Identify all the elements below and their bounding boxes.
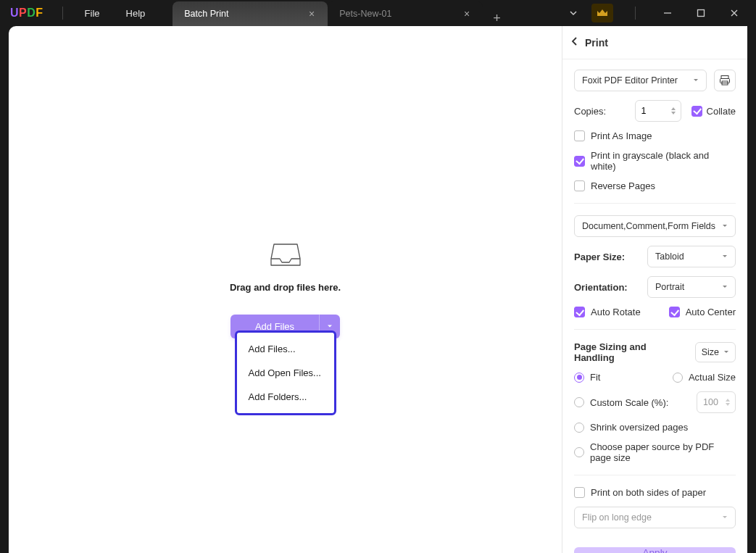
custom-scale-input[interactable] <box>697 391 736 413</box>
size-dropdown[interactable]: Size <box>695 342 736 362</box>
shrink-radio[interactable] <box>574 423 584 433</box>
printer-select[interactable]: Foxit PDF Editor Printer <box>574 70 707 91</box>
close-icon[interactable]: × <box>307 8 316 20</box>
tab-label: Batch Print <box>184 9 228 19</box>
separator <box>635 7 636 20</box>
printer-select-value: Foxit PDF Editor Printer <box>582 75 678 86</box>
flip-select[interactable]: Flip on long edge <box>574 507 736 528</box>
paper-size-select[interactable]: Tabloid <box>647 246 736 267</box>
collate-label: Collate <box>707 106 736 117</box>
separator <box>62 7 63 20</box>
tab-label: Pets-New-01 <box>339 9 391 19</box>
custom-scale-label: Custom Scale (%): <box>590 397 668 408</box>
chevron-down-icon <box>722 282 728 292</box>
auto-center-checkbox[interactable] <box>669 307 680 317</box>
duplex-label: Print on both sides of paper <box>591 487 706 498</box>
panel-title: Print <box>585 37 608 49</box>
minimize-button[interactable] <box>657 3 678 23</box>
premium-icon[interactable] <box>591 4 613 22</box>
paper-size-label: Paper Size: <box>574 251 625 262</box>
svg-rect-1 <box>698 10 705 17</box>
print-as-image-checkbox[interactable] <box>574 130 585 141</box>
inbox-icon <box>270 241 302 270</box>
choose-source-radio[interactable] <box>574 447 584 457</box>
orientation-value: Portrait <box>655 282 684 292</box>
back-icon[interactable] <box>571 36 578 49</box>
spinner-icon[interactable] <box>670 102 678 120</box>
apply-button[interactable]: Apply <box>574 547 736 553</box>
separator <box>574 329 736 330</box>
close-button[interactable] <box>724 3 744 23</box>
panel-header: Print <box>562 26 747 59</box>
paper-size-value: Tabloid <box>655 251 684 262</box>
separator <box>574 475 736 475</box>
grayscale-checkbox[interactable] <box>574 156 585 167</box>
orientation-label: Orientation: <box>574 282 628 293</box>
reverse-pages-label: Reverse Pages <box>591 180 655 191</box>
close-icon[interactable]: × <box>462 8 471 20</box>
auto-rotate-checkbox[interactable] <box>574 307 585 317</box>
spinner-icon[interactable] <box>725 394 732 411</box>
new-tab-button[interactable]: + <box>483 11 511 26</box>
separator <box>574 203 736 204</box>
app-body: Drag and drop files here. Add Files Add … <box>9 26 747 553</box>
copies-input[interactable] <box>635 100 681 122</box>
print-content-select[interactable]: Document,Comment,Form Fields <box>574 215 736 237</box>
custom-scale-radio[interactable] <box>574 397 584 407</box>
actual-size-radio[interactable] <box>673 373 683 383</box>
chevron-down-icon <box>693 75 699 86</box>
fit-label: Fit <box>590 372 600 383</box>
tab-batch-print[interactable]: Batch Print × <box>173 1 328 26</box>
print-as-image-label: Print As Image <box>591 130 652 141</box>
print-panel: Print Foxit PDF Editor Printer Copies: <box>562 26 747 553</box>
chevron-down-icon[interactable] <box>568 8 578 18</box>
dropdown-add-files[interactable]: Add Files... <box>237 337 334 361</box>
auto-center-label: Auto Center <box>686 307 736 317</box>
reverse-pages-checkbox[interactable] <box>574 180 585 191</box>
menu-file[interactable]: File <box>72 8 113 19</box>
tab-pets[interactable]: Pets-New-01 × <box>328 1 483 26</box>
fit-radio[interactable] <box>574 373 584 383</box>
add-files-dropdown: Add Files... Add Open Files... Add Folde… <box>235 330 336 415</box>
chevron-down-icon <box>722 512 728 523</box>
collate-checkbox[interactable] <box>691 106 702 117</box>
dropdown-add-open-files[interactable]: Add Open Files... <box>237 361 334 385</box>
chevron-down-icon <box>723 349 729 355</box>
flip-value: Flip on long edge <box>582 512 652 523</box>
title-right <box>568 3 750 23</box>
duplex-checkbox[interactable] <box>574 487 585 498</box>
main-area: Drag and drop files here. Add Files Add … <box>9 26 562 553</box>
sizing-title: Page Sizing and Handling <box>574 341 688 363</box>
menu-help[interactable]: Help <box>113 8 159 19</box>
grayscale-label: Print in grayscale (black and white) <box>591 150 736 172</box>
svg-rect-2 <box>721 76 728 79</box>
app-logo: UPDF <box>6 7 54 20</box>
printer-properties-button[interactable] <box>714 70 736 91</box>
size-dropdown-label: Size <box>702 347 719 357</box>
auto-rotate-label: Auto Rotate <box>591 307 641 317</box>
copies-label: Copies: <box>574 106 606 117</box>
choose-source-label: Choose paper source by PDF page size <box>590 441 736 463</box>
titlebar: UPDF File Help Batch Print × Pets-New-01… <box>0 0 756 26</box>
drop-text: Drag and drop files here. <box>230 282 341 293</box>
shrink-label: Shrink oversized pages <box>590 422 688 433</box>
print-content-value: Document,Comment,Form Fields <box>582 221 715 231</box>
chevron-down-icon <box>722 251 728 262</box>
dropdown-add-folders[interactable]: Add Folders... <box>237 385 334 409</box>
orientation-select[interactable]: Portrait <box>647 276 736 298</box>
maximize-button[interactable] <box>691 3 711 23</box>
actual-size-label: Actual Size <box>689 372 736 383</box>
tabs-area: Batch Print × Pets-New-01 × + <box>173 0 511 26</box>
chevron-down-icon <box>722 221 728 231</box>
